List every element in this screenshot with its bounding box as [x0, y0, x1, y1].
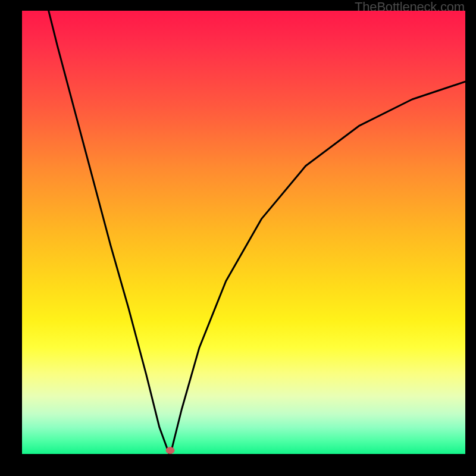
- bottleneck-curve: [22, 11, 465, 454]
- plot-area: [22, 11, 465, 454]
- chart-frame: TheBottleneck.com: [0, 0, 476, 476]
- optimum-marker-icon: [165, 447, 174, 454]
